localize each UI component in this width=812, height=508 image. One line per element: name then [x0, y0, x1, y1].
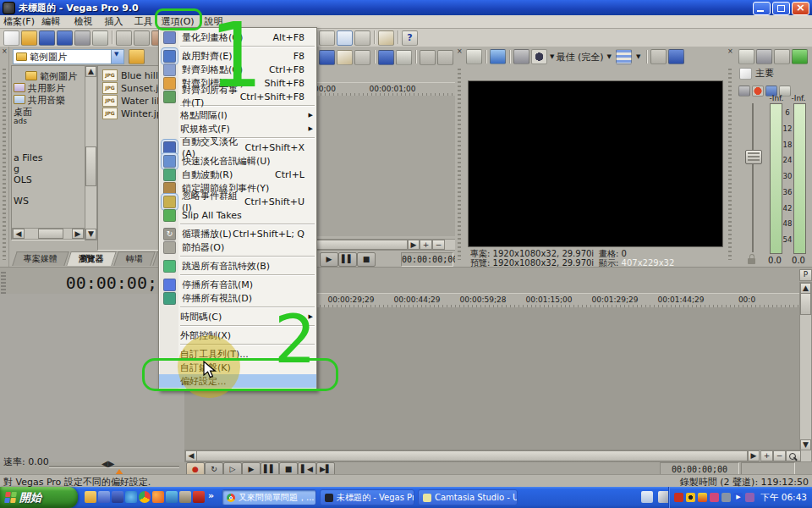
tab-project-media[interactable]: 專案媒體	[12, 251, 69, 266]
close-button[interactable]	[792, 2, 809, 15]
cursor-position-timecode[interactable]: 00:00:00;	[7, 273, 157, 294]
tray-icon-7[interactable]	[745, 493, 754, 502]
task-browser-window[interactable]: 又來問簡單問題，...	[222, 489, 316, 505]
dropdown-arrow-icon[interactable]: ▼	[550, 53, 554, 60]
scroll-thumb[interactable]	[85, 146, 96, 186]
menu-item-loop-playback[interactable]: ↻循環播放(L)Ctrl+Shift+L; Q	[159, 227, 316, 240]
mixer-properties-icon[interactable]	[738, 49, 754, 64]
tree-item[interactable]: WS	[14, 196, 29, 207]
restore-button[interactable]	[772, 2, 790, 15]
scroll-thumb[interactable]	[196, 450, 748, 461]
save-snapshot-icon[interactable]	[668, 49, 684, 64]
split-screen-icon[interactable]	[616, 49, 632, 64]
menu-item-auto-crossfades[interactable]: 自動交叉淡化(A)Ctrl+Shift+X	[159, 141, 316, 154]
brush-tool-icon[interactable]	[378, 30, 394, 46]
combo-dropdown-icon[interactable]	[111, 50, 123, 64]
timeline-vscrollbar[interactable]: ▲ ▼	[799, 282, 812, 451]
address-combo[interactable]: 範例圖片	[13, 49, 124, 64]
zoom-edit-tool-icon[interactable]	[786, 450, 801, 461]
minimize-button[interactable]	[753, 2, 771, 15]
open-icon[interactable]	[21, 30, 37, 46]
quicklaunch-document-icon[interactable]	[98, 491, 110, 503]
tray-icon-4[interactable]	[710, 493, 719, 502]
quicklaunch-chrome-icon[interactable]	[139, 491, 151, 503]
menu-edit[interactable]: 編輯(E)	[36, 15, 67, 28]
trimmer-pause-button[interactable]: ▌▌	[338, 252, 357, 267]
trimmer-add-media-icon[interactable]	[337, 50, 353, 65]
scroll-down-icon[interactable]: ▼	[85, 229, 96, 240]
lock-fader-icon[interactable]	[748, 258, 755, 264]
trimmer-remove-icon[interactable]	[354, 50, 370, 65]
new-project-icon[interactable]	[3, 30, 19, 46]
menu-item-auto-ripple[interactable]: 自動波動(R)Ctrl+L	[159, 168, 316, 181]
quicklaunch-overflow-icon[interactable]: »	[208, 490, 214, 501]
scroll-left-icon[interactable]: ◀	[185, 450, 197, 461]
menu-item-ruler-format[interactable]: 呎規格式(F)▶	[159, 122, 316, 135]
tree-hscrollbar[interactable]: ◀ ▶	[12, 228, 85, 240]
tree-item[interactable]: g	[14, 163, 19, 174]
overlay-grid-icon[interactable]	[513, 49, 529, 64]
folder-tree[interactable]: 範例圖片 共用影片 共用音樂 桌面 ads a Files g OLS WS ◀…	[11, 65, 85, 240]
trimmer-script-icon[interactable]	[396, 50, 412, 65]
scroll-right-icon[interactable]: ▶	[748, 450, 760, 461]
tree-item[interactable]: a Files	[14, 152, 42, 163]
scroll-thumb[interactable]	[38, 229, 63, 239]
quicklaunch-word-icon[interactable]	[112, 491, 123, 503]
menu-item-mute-all-audio[interactable]: 停播所有音訊(M)	[159, 278, 316, 291]
zoom-out-icon[interactable]: −	[773, 450, 786, 461]
tray-icon-5[interactable]	[721, 493, 731, 502]
tab-transitions[interactable]: 轉場	[113, 251, 156, 266]
render-as-icon[interactable]	[57, 30, 73, 46]
master-fader-handle[interactable]	[745, 150, 762, 164]
bus-gear-icon[interactable]	[752, 86, 764, 97]
scroll-right-icon[interactable]: ▶	[72, 229, 84, 239]
preview-quality-label[interactable]: 最佳 (完全)	[556, 51, 603, 64]
task-camtasia-window[interactable]: Camtasia Studio - Unti...	[418, 489, 518, 505]
menu-view[interactable]: 檢視(V)	[68, 15, 99, 28]
quicklaunch-camera-icon[interactable]	[179, 491, 191, 503]
dim-output-icon[interactable]	[774, 49, 790, 64]
start-button[interactable]: 開始	[0, 487, 78, 508]
tree-item[interactable]: ads	[14, 117, 27, 125]
menu-item-ignore-event-grouping[interactable]: 忽略事件群組(I)Ctrl+Shift+U	[159, 195, 316, 208]
downmix-output-icon[interactable]	[756, 49, 772, 64]
project-properties-icon[interactable]	[466, 49, 482, 64]
quicklaunch-folder-icon[interactable]	[85, 491, 96, 503]
explorer-dock-grip[interactable]	[0, 47, 9, 267]
up-folder-icon[interactable]	[129, 49, 145, 64]
dropdown-arrow-icon[interactable]: ▼	[606, 53, 611, 60]
tab-explorer[interactable]: 瀏覽器	[66, 251, 117, 266]
menu-item-bypass-audio-fx[interactable]: 跳過所有音訊特效(B)	[159, 259, 316, 273]
trimmer-frame-in-icon[interactable]	[420, 50, 436, 65]
scroll-up-icon[interactable]: ▲	[85, 66, 96, 77]
tray-icon-1[interactable]	[674, 493, 683, 502]
trimmer-frame-out-icon[interactable]	[437, 50, 453, 65]
trimmer-timecode[interactable]: 00:00:00;00	[401, 252, 453, 267]
tray-icon-3[interactable]	[698, 493, 707, 502]
tree-vscrollbar[interactable]: ▲ ▼	[85, 65, 97, 240]
tray-media-player-icon[interactable]: ▶	[733, 493, 743, 502]
trimmer-stop-button[interactable]: ■	[357, 252, 376, 267]
cut-icon[interactable]	[116, 30, 132, 46]
properties-icon[interactable]	[74, 30, 91, 46]
rate-scrub-handle[interactable]: ◀▶	[102, 459, 114, 468]
menu-item-quickfade-audio[interactable]: 快速淡化音訊編輯(U)	[159, 154, 316, 168]
task-vegas-window[interactable]: 未標題的 - Vegas Pro...	[320, 489, 414, 505]
scroll-thumb[interactable]	[800, 293, 811, 315]
scroll-right-icon[interactable]: ▶	[408, 240, 420, 250]
quicklaunch-media-icon[interactable]	[166, 491, 178, 503]
zoom-out-icon[interactable]: −	[432, 240, 445, 250]
tree-item[interactable]: OLS	[14, 174, 32, 185]
trimmer-save-icon[interactable]	[378, 50, 394, 65]
insert-bus-icon[interactable]	[792, 49, 808, 64]
zoom-in-icon[interactable]: +	[760, 450, 773, 461]
quicklaunch-firefox-icon[interactable]	[152, 491, 164, 503]
speaker-config-icon[interactable]	[738, 86, 750, 97]
menu-item-grid-spacing[interactable]: 格點間隔(I)▶	[159, 108, 316, 122]
scroll-left-icon[interactable]: ◀	[13, 229, 25, 239]
external-monitor-icon[interactable]	[490, 49, 506, 64]
master-window-icon[interactable]	[739, 68, 752, 80]
save-icon[interactable]	[39, 30, 55, 46]
copy-snapshot-icon[interactable]	[650, 49, 667, 64]
timeline-hscrollbar[interactable]: ◀ ▶ + −	[184, 450, 812, 462]
